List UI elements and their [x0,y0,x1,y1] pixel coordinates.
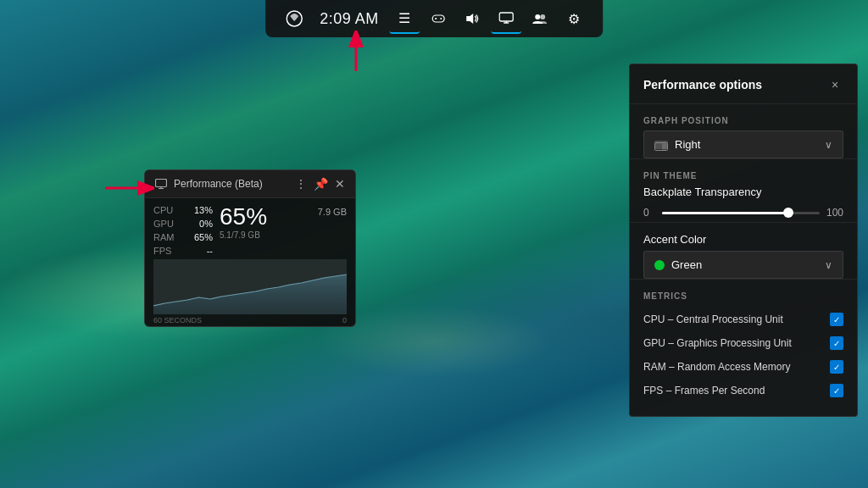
widget-controls[interactable]: ⋮ 📌 ✕ [295,177,345,191]
cpu-metric-row: CPU – Central Processing Unit ✓ [630,308,857,331]
svg-rect-19 [662,143,667,149]
chart-svg [153,259,347,314]
performance-widget: Performance (Beta) ⋮ 📌 ✕ CPU 13% GPU 0% … [144,169,356,327]
ram-metric-row: RAM – Random Access Memory ✓ [630,355,857,379]
social-icon[interactable] [525,3,555,34]
controller-icon[interactable] [423,3,453,34]
chevron-down-icon: ∨ [825,139,832,151]
cpu-metric: CPU 13% [153,205,213,215]
big-percentage: 65% [220,205,267,229]
accent-color-section-label: Accent Color [630,223,857,251]
transparency-slider-row: 0 100 [630,203,857,222]
memory-sub: 5.1/7.9 GB [220,230,267,240]
widget-body: CPU 13% GPU 0% RAM 65% FPS -- 65% 5.1/7.… [145,198,355,256]
options-title: Performance options [643,78,762,92]
metrics-section-label: METRICS [630,280,857,308]
slider-min-label: 0 [643,207,655,219]
pin-theme-section-label: PIN THEME [630,159,857,184]
taskbar-time: 2:09 AM [313,10,386,28]
chart-start-label: 60 SECONDS [153,316,202,324]
svg-rect-6 [499,13,513,21]
big-value-area: 65% 5.1/7.9 GB 7.9 GB [213,205,347,256]
gpu-checkbox[interactable]: ✓ [830,336,843,350]
settings-icon[interactable]: ⋮ [295,177,307,191]
ram-metric-label: RAM – Random Access Memory [643,361,790,373]
transparency-slider[interactable] [662,212,820,214]
graph-position-dropdown[interactable]: Right ∨ [643,130,843,158]
metrics-list: CPU 13% GPU 0% RAM 65% FPS -- [153,205,213,256]
menu-icon[interactable]: ☰ [389,3,420,34]
fps-checkbox[interactable]: ✓ [830,384,843,397]
backplate-label: Backplate Transparency [630,184,857,203]
display-icon[interactable] [491,3,521,34]
graph-position-value: Right [675,138,700,151]
options-header: Performance options × [630,64,857,104]
accent-color-dropdown[interactable]: Green ∨ [643,251,843,279]
accent-color-value: Green [671,258,702,271]
position-icon [654,141,668,149]
gpu-metric-row: GPU – Graphics Processing Unit ✓ [630,331,857,355]
slider-max-label: 100 [826,207,843,219]
svg-point-9 [535,14,540,19]
performance-options-panel: Performance options × GRAPH POSITION Rig… [629,64,858,417]
fps-metric-label: FPS – Frames Per Second [643,385,765,396]
green-color-dot [654,260,665,270]
svg-rect-1 [432,15,444,22]
cpu-metric-label: CPU – Central Processing Unit [643,313,783,325]
settings-icon[interactable]: ⚙ [559,3,589,34]
ram-metric: RAM 65% [153,232,213,242]
ram-checkbox[interactable]: ✓ [830,360,843,374]
xbox-icon[interactable] [279,3,309,34]
graph-position-label: GRAPH POSITION [630,104,857,130]
svg-point-4 [440,18,442,19]
svg-marker-5 [466,14,473,24]
widget-header: Performance (Beta) ⋮ 📌 ✕ [145,170,355,198]
gpu-metric-label: GPU – Graphics Processing Unit [643,337,792,349]
close-icon[interactable]: ✕ [335,177,345,191]
svg-rect-15 [156,180,167,187]
volume-icon[interactable] [457,3,487,34]
gpu-metric: GPU 0% [153,219,213,229]
monitor-icon [155,179,167,189]
widget-title: Performance (Beta) [155,178,263,190]
cpu-checkbox[interactable]: ✓ [830,313,843,326]
gb-label: 7.9 GB [318,205,347,217]
pin-icon[interactable]: 📌 [314,177,328,191]
chevron-down-icon-2: ∨ [825,259,832,271]
chart-end-label: 0 [342,316,347,324]
widget-title-text: Performance (Beta) [174,178,263,190]
fps-metric: FPS -- [153,246,213,256]
svg-point-10 [540,14,545,19]
options-close-button[interactable]: × [826,76,843,93]
fps-metric-row: FPS – Frames Per Second ✓ [630,379,857,402]
chart-footer: 60 SECONDS 0 [145,314,355,326]
taskbar: 2:09 AM ☰ ⚙ [265,0,603,37]
performance-chart [153,259,347,314]
